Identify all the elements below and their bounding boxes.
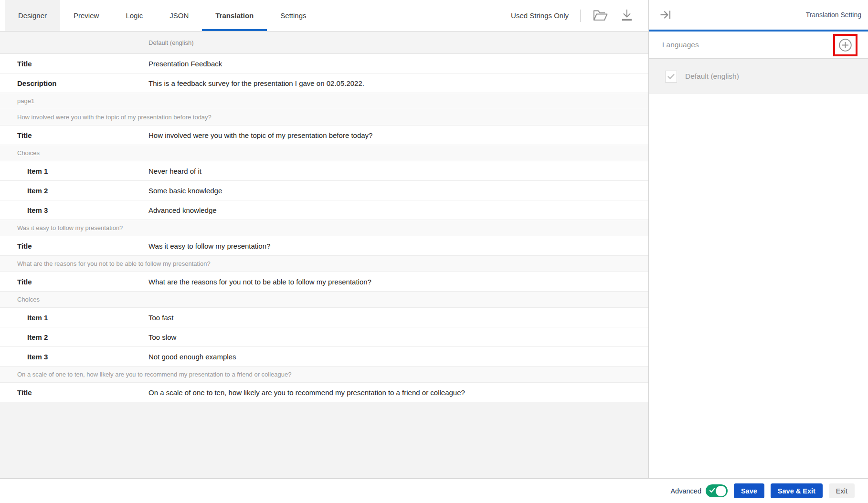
translation-row: Item 1Too fast: [0, 308, 648, 327]
tab-settings[interactable]: Settings: [267, 0, 319, 31]
collapse-panel-button[interactable]: [659, 9, 672, 21]
table-empty-area: [0, 402, 648, 478]
translation-text-cell[interactable]: Too slow: [148, 333, 176, 341]
group-label: Choices: [17, 296, 40, 303]
translation-row: Item 3Advanced knowledge: [0, 200, 648, 220]
folder-open-icon: [592, 9, 608, 22]
translation-settings-panel: Translation Setting Languages: [649, 0, 868, 478]
translation-text-cell[interactable]: Advanced knowledge: [148, 206, 217, 214]
string-label: Title: [0, 60, 148, 68]
default-language-label: Default (english): [685, 72, 739, 81]
group-label: On a scale of one to ten, how likely are…: [17, 371, 292, 378]
translation-row: Item 3Not good enough examples: [0, 347, 648, 367]
translation-table-body: TitlePresentation FeedbackDescriptionThi…: [0, 54, 648, 402]
save-button[interactable]: Save: [734, 483, 764, 498]
group-label: What are the reasons for you not to be a…: [17, 260, 211, 267]
translation-row: Item 2Too slow: [0, 327, 648, 347]
tab-preview[interactable]: Preview: [60, 0, 112, 31]
advanced-toggle[interactable]: [706, 484, 728, 497]
string-label: Title: [0, 278, 148, 286]
group-header-row: How involved were you with the topic of …: [0, 109, 648, 126]
group-header-row: What are the reasons for you not to be a…: [0, 256, 648, 272]
panel-empty-area: [649, 94, 868, 478]
tab-designer[interactable]: Designer: [5, 0, 60, 31]
panel-header: Translation Setting: [649, 0, 868, 31]
translation-text-cell[interactable]: Some basic knowledge: [148, 187, 222, 195]
string-label: Item 3: [0, 206, 148, 214]
translation-row: TitleHow involved were you with the topi…: [0, 126, 648, 145]
string-label: Item 2: [0, 187, 148, 195]
toggle-check-icon: [709, 487, 715, 493]
translation-text-cell[interactable]: Was it easy to follow my presentation?: [148, 242, 270, 250]
panel-title: Translation Setting: [806, 11, 861, 19]
string-label: Item 1: [0, 314, 148, 322]
footer-bar: Advanced Save Save & Exit Exit: [0, 478, 868, 503]
advanced-toggle-label: Advanced: [670, 487, 701, 495]
table-header-row: Default (english): [0, 31, 648, 54]
translation-row: TitleWas it easy to follow my presentati…: [0, 236, 648, 256]
group-header-row: Choices: [0, 292, 648, 308]
string-label: Item 2: [0, 333, 148, 341]
translation-text-cell[interactable]: Not good enough examples: [148, 353, 236, 361]
group-label: page1: [17, 97, 34, 105]
download-icon: [620, 9, 634, 22]
translation-text-cell[interactable]: On a scale of one to ten, how likely are…: [148, 388, 465, 397]
save-and-exit-button[interactable]: Save & Exit: [771, 483, 823, 498]
string-label: Title: [0, 242, 148, 250]
import-translations-button[interactable]: [592, 9, 608, 22]
add-circle-icon: [838, 38, 853, 52]
translation-text-cell[interactable]: Presentation Feedback: [148, 60, 222, 68]
export-translations-button[interactable]: [620, 9, 634, 22]
used-strings-only-option[interactable]: Used Strings Only: [511, 11, 569, 20]
group-label: Was it easy to follow my presentation?: [17, 224, 123, 231]
default-language-checkbox[interactable]: [665, 71, 677, 83]
translation-row: TitleOn a scale of one to ten, how likel…: [0, 383, 648, 402]
default-language-row: Default (english): [649, 59, 868, 94]
add-language-button[interactable]: [833, 34, 857, 56]
string-label: Description: [0, 79, 148, 87]
group-header-row: page1: [0, 93, 648, 109]
group-header-row: Choices: [0, 145, 648, 161]
translation-row: Item 1Never heard of it: [0, 161, 648, 181]
translation-text-cell[interactable]: This is a feedback survey for the presen…: [148, 79, 364, 87]
main-area: DesignerPreviewLogicJSONTranslationSetti…: [0, 0, 868, 478]
translation-text-cell[interactable]: What are the reasons for you not to be a…: [148, 278, 371, 286]
languages-label: Languages: [662, 41, 699, 49]
group-label: Choices: [17, 149, 40, 157]
languages-section-header: Languages: [649, 31, 868, 59]
translation-text-cell[interactable]: Too fast: [148, 314, 174, 322]
tab-bar: DesignerPreviewLogicJSONTranslationSetti…: [0, 0, 320, 31]
translation-text-cell[interactable]: Never heard of it: [148, 167, 201, 175]
group-header-row: Was it easy to follow my presentation?: [0, 220, 648, 236]
string-label: Title: [0, 131, 148, 139]
top-toolbar: DesignerPreviewLogicJSONTranslationSetti…: [0, 0, 648, 31]
group-label: How involved were you with the topic of …: [17, 114, 212, 121]
toolbar-actions: Used Strings Only: [511, 0, 648, 31]
group-header-row: On a scale of one to ten, how likely are…: [0, 367, 648, 383]
translation-row: TitleWhat are the reasons for you not to…: [0, 272, 648, 292]
toggle-knob: [716, 486, 726, 496]
language-column-header: Default (english): [148, 39, 194, 46]
translation-tab-content: DesignerPreviewLogicJSONTranslationSetti…: [0, 0, 649, 478]
translation-text-cell[interactable]: How involved were you with the topic of …: [148, 131, 372, 139]
translation-row: TitlePresentation Feedback: [0, 54, 648, 73]
tab-json[interactable]: JSON: [156, 0, 202, 31]
survey-creator-app: DesignerPreviewLogicJSONTranslationSetti…: [0, 0, 868, 503]
collapse-panel-icon: [659, 9, 672, 21]
exit-button[interactable]: Exit: [829, 483, 855, 498]
translation-row: Item 2Some basic knowledge: [0, 181, 648, 200]
tab-translation[interactable]: Translation: [202, 0, 267, 31]
toolbar-divider: [580, 10, 581, 22]
string-label: Item 3: [0, 353, 148, 361]
string-label: Item 1: [0, 167, 148, 175]
checkmark-icon: [667, 73, 675, 80]
tab-logic[interactable]: Logic: [112, 0, 156, 31]
translation-row: DescriptionThis is a feedback survey for…: [0, 73, 648, 93]
string-label: Title: [0, 388, 148, 397]
